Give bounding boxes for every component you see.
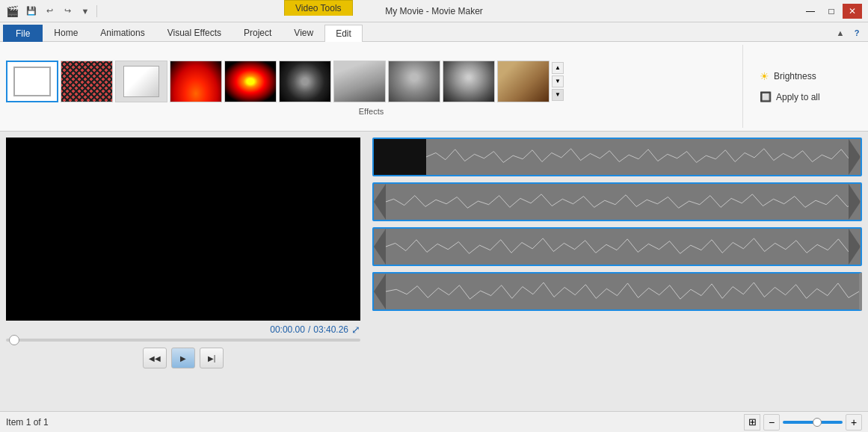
status-right: ⊞ − + (744, 414, 862, 431)
effect-fire[interactable] (170, 61, 222, 102)
apply-to-all-label: Apply to all (776, 92, 820, 102)
effect-dark1[interactable] (279, 61, 331, 102)
title-bar: 🎬 💾 ↩ ↪ ▼ Video Tools My Movie - Movie M… (0, 0, 868, 22)
brightness-label: Brightness (774, 71, 816, 81)
current-time: 00:00.00 (270, 324, 305, 335)
brightness-icon: ☀ (760, 70, 769, 82)
zoom-out-button[interactable]: − (763, 414, 780, 431)
preview-slider-thumb (9, 335, 19, 345)
right-panel: ☀ Brightness 🔲 Apply to all (742, 45, 862, 128)
ribbon-tabs: File Home Animations Visual Effects Proj… (0, 22, 868, 42)
item-info: Item 1 of 1 (6, 417, 49, 428)
main-area: 00:00.00 / 03:40.26 ⤢ ◀◀ ▶ ▶| (0, 132, 868, 411)
effect-gray1[interactable] (333, 61, 386, 102)
apply-to-all-item[interactable]: 🔲 Apply to all (755, 89, 862, 105)
video-tools-tab: Video Tools (284, 0, 353, 16)
timeline-track-3[interactable] (372, 227, 862, 266)
skip-button[interactable]: ▶| (200, 348, 224, 368)
effects-label: Effects (6, 107, 736, 116)
app-icon: 🎬 (6, 5, 19, 17)
effects-scroll-down[interactable]: ▼ (552, 75, 564, 87)
maximize-button[interactable]: □ (822, 4, 841, 19)
effect-redflower[interactable] (224, 61, 277, 102)
effect-dotmatrix[interactable] (61, 61, 113, 102)
timeline-pane (366, 132, 868, 411)
apply-icon: 🔲 (760, 91, 772, 102)
effect-gray3[interactable] (443, 61, 495, 102)
track-arrow-left-4 (374, 274, 386, 309)
rewind-button[interactable]: ◀◀ (143, 348, 167, 368)
quick-access-toolbar: 🎬 💾 ↩ ↪ ▼ (6, 3, 99, 19)
collapse-ribbon-button[interactable]: ▲ (832, 25, 849, 41)
zoom-slider[interactable] (783, 421, 843, 424)
track-thumbnail-1 (374, 139, 426, 175)
svg-rect-1 (386, 184, 861, 220)
tab-view[interactable]: View (283, 24, 324, 41)
window-title: My Movie - Movie Maker (385, 6, 483, 16)
effect-gray2[interactable] (388, 61, 440, 102)
view-storyboard-button[interactable]: ⊞ (744, 414, 760, 431)
effects-scroll-more[interactable]: ▼ (552, 89, 564, 101)
preview-controls: ◀◀ ▶ ▶| (6, 348, 360, 368)
effect-sketch[interactable] (115, 61, 167, 102)
timeline-track-2[interactable] (372, 182, 862, 221)
qa-separator (96, 5, 97, 17)
tab-home[interactable]: Home (43, 24, 89, 41)
tab-edit[interactable]: Edit (324, 25, 363, 42)
fullscreen-icon[interactable]: ⤢ (351, 324, 360, 336)
preview-video (6, 138, 360, 321)
effects-scroll-up[interactable]: ▲ (552, 62, 564, 74)
redo-button[interactable]: ↪ (59, 3, 76, 19)
time-separator: / (308, 324, 310, 335)
ribbon-content: ▲ ▼ ▼ Effects ☀ Brightness 🔲 Apply to al… (0, 42, 868, 132)
status-bar: Item 1 of 1 ⊞ − + (0, 411, 868, 432)
timeline-track-4[interactable] (372, 272, 862, 311)
track-waveform-1 (426, 139, 861, 175)
tab-visual-effects[interactable]: Visual Effects (156, 24, 233, 41)
tab-project[interactable]: Project (233, 24, 283, 41)
svg-rect-0 (426, 139, 861, 175)
effect-none[interactable] (6, 61, 58, 102)
help-button[interactable]: ? (849, 25, 865, 41)
preview-slider[interactable] (6, 339, 360, 342)
preview-time: 00:00.00 / 03:40.26 ⤢ (6, 324, 360, 336)
effects-area: ▲ ▼ ▼ Effects (6, 58, 736, 116)
brightness-item[interactable]: ☀ Brightness (755, 68, 862, 84)
track-waveform-3 (386, 229, 861, 265)
track-arrow-left-3 (374, 229, 386, 265)
zoom-slider-thumb (813, 418, 822, 427)
preview-slider-row (6, 339, 360, 342)
track-arrow-left-2 (374, 184, 386, 220)
effect-sepia[interactable] (497, 61, 550, 102)
track-waveform-4 (386, 274, 859, 309)
zoom-in-button[interactable]: + (846, 414, 862, 431)
title-bar-left: 🎬 💾 ↩ ↪ ▼ Video Tools (6, 3, 99, 19)
window-controls: — □ ✕ (801, 4, 862, 19)
tab-file[interactable]: File (3, 25, 43, 42)
track-waveform-2 (386, 184, 861, 220)
minimize-button[interactable]: — (801, 4, 820, 19)
save-button[interactable]: 💾 (23, 3, 40, 19)
qa-dropdown-button[interactable]: ▼ (77, 3, 93, 19)
tab-animations[interactable]: Animations (89, 24, 156, 41)
total-time: 03:40.26 (313, 324, 348, 335)
close-button[interactable]: ✕ (843, 4, 862, 19)
effects-row: ▲ ▼ ▼ (6, 58, 736, 105)
play-button[interactable]: ▶ (171, 348, 195, 368)
undo-button[interactable]: ↩ (41, 3, 58, 19)
preview-pane: 00:00.00 / 03:40.26 ⤢ ◀◀ ▶ ▶| (0, 132, 366, 411)
timeline-track-1[interactable] (372, 138, 862, 176)
svg-rect-3 (386, 274, 859, 309)
effects-scroll: ▲ ▼ ▼ (552, 62, 564, 101)
